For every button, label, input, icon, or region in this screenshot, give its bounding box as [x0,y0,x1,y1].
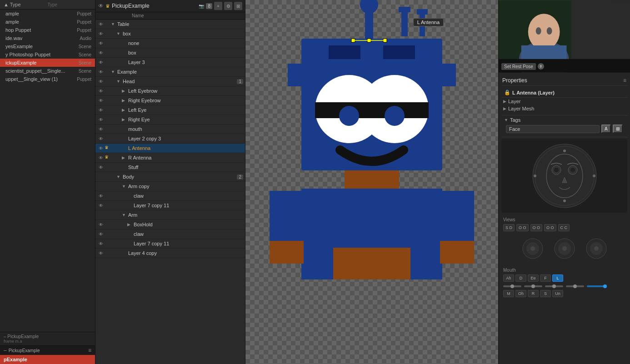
timeline-menu-icon[interactable]: ≡ [88,347,91,354]
mouth-button[interactable]: D [515,274,526,282]
file-item[interactable]: scientist_puppet__Single...Scene [0,67,95,75]
eye-icon[interactable]: 👁 [97,78,105,85]
view-button[interactable]: C C [558,224,570,231]
mouth-button[interactable]: Ah [503,274,514,282]
eye-icon[interactable]: 👁 [97,87,105,95]
view-button[interactable]: O O [516,224,529,231]
eye-icon[interactable] [97,173,105,180]
layer-row[interactable]: 👁 ▶ Left Eye [95,105,245,115]
view-button[interactable]: S D [503,224,515,231]
mouth-button[interactable]: Ee [528,274,539,282]
eye-icon[interactable]: 👁 [97,249,105,257]
prop-section-row[interactable]: ▶Layer [501,98,627,105]
layer-row[interactable]: 👁 ▼ Example [95,67,245,77]
prop-section-row[interactable]: ▶Layer Mesh [501,105,627,112]
layer-row[interactable]: 👁 claw [95,191,245,201]
tag-a-button[interactable]: A [601,125,611,133]
eye-icon[interactable]: 👁 [97,202,105,209]
file-item[interactable]: amplePuppet [0,18,95,26]
arrow-icon[interactable]: ▼ [111,22,115,26]
eye-icon[interactable]: 👁 [97,154,105,161]
layer-row[interactable]: 👁 ▼ Head 1 [95,77,245,86]
layer-row[interactable]: 👁 box [95,48,245,58]
mouth-button[interactable]: S [540,290,551,297]
grid-icon[interactable]: ⊞ [234,2,242,10]
arrow-icon[interactable]: ▼ [122,213,126,217]
eye-all-icon[interactable]: 👁 [98,3,104,9]
mouth-button[interactable]: M [503,290,514,297]
file-item[interactable]: hop PuppetPuppet [0,26,95,34]
layer-row[interactable]: ▼ Arm copy [95,182,245,191]
mouth-button[interactable]: R [528,290,539,297]
mouth-row2[interactable]: MOhRSUn [503,290,625,297]
eye-icon[interactable]: 👁 [97,30,105,37]
eye-icon[interactable]: 👁 [97,106,105,114]
eye-icon[interactable]: 👁 [97,68,105,75]
settings-icon[interactable]: ⚙ [224,2,232,10]
layer-row[interactable]: 👁 none [95,39,245,48]
eye-icon[interactable] [97,183,105,190]
add-icon[interactable]: + [214,2,222,10]
layer-row[interactable]: 👁 ▶ BoxHold [95,220,245,229]
file-item[interactable]: uppet__Single_view (1)Puppet [0,75,95,83]
mouth-row1[interactable]: AhDEeFL [503,274,625,282]
tags-toggle[interactable]: ▼ Tags [504,117,625,123]
layer-row[interactable]: ▼ Body 2 [95,172,245,182]
eye-icon[interactable] [97,211,105,219]
mouth-button[interactable]: L [552,274,563,282]
eye-icon[interactable]: 👁 [97,20,105,28]
layer-row[interactable]: 👁 ♛ ▶ R Antenna [95,153,245,163]
mouth-button[interactable]: Oh [515,290,526,297]
layer-row[interactable]: 👁 mouth [95,125,245,134]
layer-row[interactable]: 👁 ▼ Table [95,20,245,29]
file-item[interactable]: ickupExampleScene [0,59,95,67]
layers-list[interactable]: 👁 ▼ Table 👁 ▼ box 👁 none 👁 box [95,20,245,364]
eye-icon[interactable]: 👁 [97,135,105,142]
arrow-icon[interactable]: ▼ [122,184,126,189]
properties-menu-icon[interactable]: ≡ [623,77,626,84]
file-item[interactable]: yesExampleScene [0,42,95,50]
eye-icon[interactable]: 👁 [97,240,105,247]
layer-row[interactable]: 👁 Layer 4 copy [95,249,245,258]
file-item[interactable]: y Photoshop PuppetScene [0,50,95,59]
layer-row[interactable]: 👁 Layer 2 copy 3 [95,134,245,144]
layer-row[interactable]: ▼ Arm [95,210,245,220]
layer-row[interactable]: 👁 claw [95,229,245,239]
layer-row[interactable]: 👁 ▶ Right Eye [95,115,245,125]
set-rest-pose-button[interactable]: Set Rest Pose [501,63,536,70]
layer-row[interactable]: 👁 ▶ Left Eyebrow [95,86,245,96]
eye-icon[interactable]: 👁 [97,221,105,228]
arrow-icon[interactable]: ▼ [116,31,121,36]
file-item[interactable]: amplePuppet [0,10,95,18]
arrow-icon[interactable]: ▶ [127,222,132,227]
eye-icon[interactable]: 👁 [97,40,105,47]
file-item[interactable]: ide.wavAudio [0,34,95,42]
mouth-button[interactable]: F [540,274,551,282]
eye-icon[interactable]: 👁 [97,97,105,104]
file-list[interactable]: amplePuppetamplePuppethop PuppetPuppetid… [0,10,95,332]
layer-row[interactable]: 👁 ▼ box [95,29,245,39]
view-button[interactable]: O O [530,224,543,231]
arrow-icon[interactable]: ▶ [122,155,126,160]
arrow-icon[interactable]: ▼ [111,70,115,74]
eye-icon[interactable]: 👁 [97,59,105,66]
canvas-area[interactable]: L Antenna [245,0,498,364]
eye-icon[interactable]: 👁 [97,230,105,238]
arrow-icon[interactable]: ▶ [122,89,126,93]
layer-row[interactable]: 👁 Layer 3 [95,58,245,67]
layer-row[interactable]: 👁 ▶ Right Eyebrow [95,96,245,105]
mouth-button[interactable]: Un [552,290,563,297]
layer-row[interactable]: 👁 Layer 7 copy 11 [95,201,245,210]
arrow-icon[interactable]: ▼ [116,175,121,179]
arrow-icon[interactable]: ▶ [122,108,126,112]
crown-all-icon[interactable]: ♛ [105,3,110,9]
tag-edit-button[interactable]: ⊞ [613,125,623,133]
arrow-icon[interactable]: ▶ [122,117,126,122]
layer-row[interactable]: 👁 Layer 7 copy 11 [95,239,245,249]
eye-icon[interactable]: 👁 [97,145,105,152]
arrow-icon[interactable]: ▶ [122,98,126,103]
eye-icon[interactable]: 👁 [97,116,105,123]
eye-icon[interactable]: 👁 [97,192,105,199]
view-button[interactable]: O O [544,224,556,231]
arrow-icon[interactable]: ▼ [116,79,121,84]
